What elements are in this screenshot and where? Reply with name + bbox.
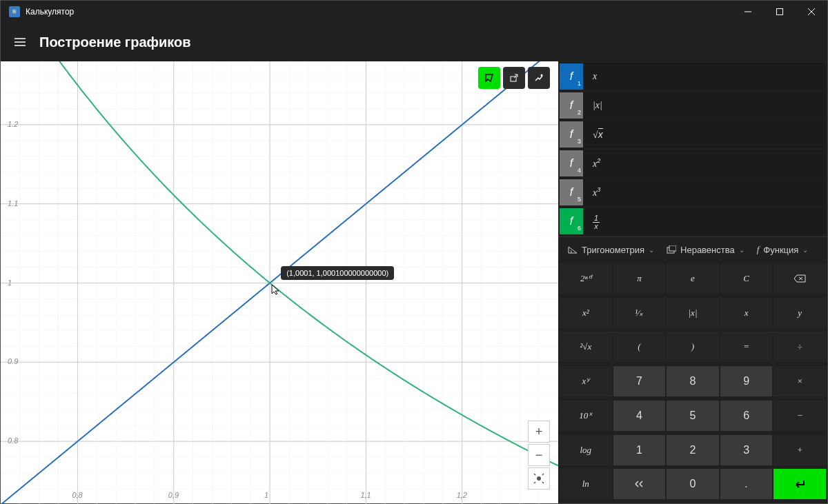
chevron-down-icon: ⌄ <box>802 246 808 254</box>
svg-point-75 <box>541 74 543 77</box>
function-badge: f3 <box>560 121 583 148</box>
app-window: ≡ Калькулятор Построение графиков (1,000… <box>0 0 828 504</box>
key-r6-2[interactable]: 0 <box>667 469 719 499</box>
key-r4-3[interactable]: 6 <box>720 401 773 431</box>
function-badge: f2 <box>560 92 583 119</box>
side-panel: f1xf2|x|f3√xf4x2f5x3f61x Тригонометрия⌄ … <box>558 61 827 503</box>
key-r0-1[interactable]: π <box>613 263 666 294</box>
page-title: Построение графиков <box>39 34 191 50</box>
key-r2-1[interactable]: ( <box>613 332 666 362</box>
function-item-2[interactable]: f2|x| <box>560 92 826 119</box>
y-tick-label: 1.2 <box>8 120 18 128</box>
key-enter[interactable] <box>773 469 826 499</box>
close-button[interactable] <box>796 1 827 23</box>
chevron-down-icon: ⌄ <box>649 246 654 254</box>
key-r2-4[interactable]: ÷ <box>773 332 826 362</box>
settings-button[interactable] <box>528 67 550 89</box>
keypad-tabs: Тригонометрия⌄ Неравенства⌄ f Функция⌄ <box>558 236 827 262</box>
key-r5-4[interactable]: + <box>773 435 826 465</box>
key-r6-0[interactable]: ln <box>560 469 612 499</box>
key-r0-3[interactable]: C <box>720 263 773 294</box>
key-r1-1[interactable]: ¹⁄ₓ <box>613 298 666 328</box>
function-item-6[interactable]: f61x <box>560 208 826 235</box>
key-r3-1[interactable]: 7 <box>613 366 666 396</box>
function-badge: f4 <box>560 150 583 177</box>
function-expression: |x| <box>593 100 602 111</box>
key-r6-3[interactable]: . <box>720 469 773 499</box>
angle-icon <box>568 245 578 254</box>
key-r2-3[interactable]: = <box>720 332 773 362</box>
key-r1-0[interactable]: x² <box>560 298 612 328</box>
svg-rect-74 <box>511 77 516 81</box>
key-r3-4[interactable]: × <box>773 366 826 396</box>
app-icon: ≡ <box>9 6 20 17</box>
tab-trig[interactable]: Тригонометрия⌄ <box>568 245 654 255</box>
function-badge: f1 <box>560 63 583 90</box>
function-item-3[interactable]: f3√x <box>560 121 826 148</box>
key-r4-4[interactable]: − <box>773 401 826 431</box>
zoom-fit-button[interactable] <box>528 467 550 490</box>
content: (1,0001, 1,000100000000000) + − 0,80,911… <box>1 61 827 503</box>
y-tick-label: 0.8 <box>8 436 18 445</box>
maximize-button[interactable] <box>764 1 796 23</box>
function-item-1[interactable]: f1x <box>560 63 826 90</box>
key-r5-0[interactable]: log <box>560 435 612 465</box>
key-r4-0[interactable]: 10ˣ <box>560 401 612 431</box>
cursor-icon <box>271 284 281 297</box>
chevron-down-icon: ⌄ <box>739 246 745 254</box>
share-button[interactable] <box>503 67 525 89</box>
graph-tooltip: (1,0001, 1,000100000000000) <box>281 266 394 280</box>
key-r5-1[interactable]: 1 <box>613 435 666 465</box>
x-tick-label: 0,8 <box>72 491 82 499</box>
function-item-5[interactable]: f5x3 <box>560 179 826 206</box>
header: Построение графиков <box>1 23 827 61</box>
function-expression: √x <box>593 129 603 141</box>
key-r5-2[interactable]: 2 <box>667 435 719 465</box>
window-title: Калькулятор <box>26 7 732 17</box>
x-tick-label: 1,1 <box>360 491 371 499</box>
y-tick-label: 1.1 <box>8 199 18 208</box>
key-r4-2[interactable]: 5 <box>667 401 719 431</box>
zoom-controls: + − <box>528 421 550 490</box>
minimize-button[interactable] <box>732 1 764 23</box>
key-sign-toggle[interactable] <box>613 469 666 499</box>
function-expression: x2 <box>593 157 600 170</box>
svg-rect-78 <box>669 245 676 251</box>
key-r0-2[interactable]: e <box>667 263 719 294</box>
svg-rect-1 <box>777 9 783 15</box>
key-r2-2[interactable]: ) <box>667 332 719 362</box>
x-tick-label: 0,9 <box>168 491 179 499</box>
trace-tool-button[interactable] <box>478 67 500 89</box>
tab-inequality[interactable]: Неравенства⌄ <box>667 245 745 255</box>
y-tick-label: 1 <box>8 279 12 287</box>
key-r1-2[interactable]: |x| <box>667 298 719 328</box>
y-tick-label: 0.9 <box>8 357 18 365</box>
function-item-4[interactable]: f4x2 <box>560 150 826 177</box>
key-r5-3[interactable]: 3 <box>720 435 773 465</box>
function-expression: 1x <box>593 212 600 230</box>
key-backspace[interactable] <box>773 263 826 294</box>
zoom-in-button[interactable]: + <box>528 421 550 443</box>
tab-function[interactable]: f Функция⌄ <box>757 244 809 255</box>
graph-toolbar <box>478 67 550 89</box>
key-r3-3[interactable]: 9 <box>720 366 773 396</box>
function-badge: f5 <box>560 179 583 205</box>
function-expression: x3 <box>593 186 600 199</box>
window-controls <box>732 1 827 23</box>
key-r3-2[interactable]: 8 <box>667 366 719 396</box>
x-tick-label: 1,2 <box>457 491 467 499</box>
zoom-out-button[interactable]: − <box>528 444 550 466</box>
function-list: f1xf2|x|f3√xf4x2f5x3f61x <box>558 61 827 236</box>
graph-canvas <box>1 61 558 504</box>
key-r2-0[interactable]: ²√x <box>560 332 612 362</box>
x-tick-label: 1 <box>264 491 268 499</box>
graph-area[interactable]: (1,0001, 1,000100000000000) + − 0,80,911… <box>1 61 558 503</box>
function-badge: f6 <box>560 208 583 234</box>
key-r0-0[interactable]: 2ⁿᵈ <box>560 263 612 294</box>
key-r4-1[interactable]: 4 <box>613 401 666 431</box>
menu-button[interactable] <box>6 28 34 56</box>
key-r3-0[interactable]: xʸ <box>560 366 612 396</box>
key-r1-4[interactable]: y <box>773 298 826 328</box>
keypad: 2ⁿᵈπeCx²¹⁄ₓ|x|xy²√x()=÷xʸ789×10ˣ456−log1… <box>558 262 827 503</box>
key-r1-3[interactable]: x <box>720 298 773 328</box>
